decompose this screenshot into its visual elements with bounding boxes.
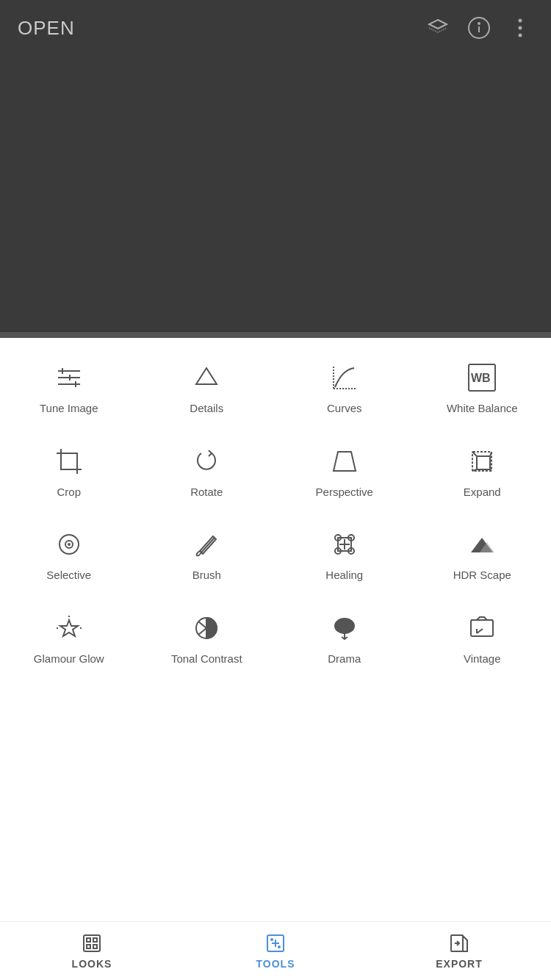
tonal-label: Tonal Contrast: [171, 652, 242, 666]
tool-healing[interactable]: Healing: [276, 512, 414, 596]
tonal-icon: [190, 612, 223, 644]
vintage-icon: [466, 612, 498, 644]
rotate-label: Rotate: [190, 485, 223, 500]
svg-marker-12: [196, 368, 217, 384]
svg-rect-51: [87, 938, 90, 942]
nav-looks[interactable]: LOOKS: [0, 926, 184, 977]
svg-point-27: [68, 544, 70, 545]
svg-line-44: [198, 628, 206, 635]
tools-label: TOOLS: [256, 958, 295, 970]
svg-marker-37: [60, 620, 78, 636]
nav-export[interactable]: EXPORT: [367, 926, 551, 977]
expand-label: Expand: [464, 485, 501, 500]
svg-rect-53: [87, 945, 90, 948]
looks-icon: [82, 933, 102, 954]
tool-drama[interactable]: Drama: [276, 596, 414, 680]
tools-grid: Tune Image Details Curves: [0, 345, 551, 679]
selective-label: Selective: [46, 568, 91, 583]
tool-brush[interactable]: Brush: [138, 512, 276, 596]
svg-line-48: [477, 629, 483, 633]
tool-vintage[interactable]: Vintage: [414, 596, 552, 680]
svg-line-24: [490, 469, 491, 471]
svg-marker-17: [334, 452, 356, 471]
svg-line-43: [198, 621, 206, 628]
tools-area: Tune Image Details Curves: [0, 338, 551, 679]
hdr-icon: [466, 528, 498, 561]
bottom-nav: LOOKS TOOLS EXPORT: [0, 921, 551, 980]
tool-glamour-glow[interactable]: Glamour Glow: [0, 596, 138, 680]
glamour-icon: [53, 612, 85, 644]
looks-label: LOOKS: [72, 958, 112, 970]
details-label: Details: [190, 401, 223, 416]
svg-text:WB: WB: [471, 372, 491, 384]
details-icon: [190, 361, 223, 394]
svg-line-22: [490, 452, 491, 456]
svg-point-58: [270, 938, 273, 941]
perspective-icon: [328, 445, 361, 478]
svg-point-3: [519, 19, 522, 23]
open-button[interactable]: OPEN: [18, 17, 75, 40]
tools-nav-icon: [265, 933, 286, 954]
svg-point-4: [519, 26, 522, 30]
export-label: EXPORT: [436, 958, 483, 970]
brush-label: Brush: [192, 568, 221, 583]
drama-label: Drama: [328, 652, 361, 666]
tool-tune-image[interactable]: Tune Image: [0, 345, 138, 429]
tool-curves[interactable]: Curves: [276, 345, 414, 429]
info-icon[interactable]: [466, 15, 492, 41]
tune-image-icon: [53, 361, 85, 394]
healing-label: Healing: [325, 568, 363, 583]
svg-point-5: [519, 34, 522, 37]
layers-icon[interactable]: [425, 15, 451, 41]
wb-label: White Balance: [447, 401, 518, 416]
vintage-label: Vintage: [464, 652, 501, 666]
top-bar: OPEN: [0, 0, 551, 56]
svg-point-59: [278, 945, 281, 948]
svg-rect-54: [93, 945, 97, 948]
svg-rect-47: [471, 620, 493, 636]
svg-rect-20: [477, 456, 490, 469]
tool-hdr-scape[interactable]: HDR Scape: [414, 512, 552, 596]
svg-point-2: [478, 23, 480, 24]
svg-rect-52: [93, 938, 97, 942]
wb-icon: WB: [466, 361, 498, 394]
glamour-label: Glamour Glow: [34, 652, 104, 666]
more-icon[interactable]: [507, 15, 533, 41]
svg-line-28: [201, 538, 215, 552]
tool-tonal-contrast[interactable]: Tonal Contrast: [138, 596, 276, 680]
healing-icon: [328, 528, 361, 561]
tune-image-label: Tune Image: [40, 401, 98, 416]
tool-white-balance[interactable]: WB White Balance: [414, 345, 552, 429]
separator: [0, 332, 551, 338]
svg-point-45: [335, 619, 354, 633]
curves-label: Curves: [327, 401, 362, 416]
perspective-label: Perspective: [316, 485, 373, 500]
tool-crop[interactable]: Crop: [0, 429, 138, 513]
expand-icon: [466, 445, 498, 478]
crop-label: Crop: [57, 485, 81, 500]
brush-icon: [190, 528, 223, 561]
export-icon: [449, 933, 469, 954]
crop-icon: [53, 445, 85, 478]
top-icons: [425, 15, 533, 41]
drama-icon: [328, 612, 361, 644]
curves-icon: [328, 361, 361, 394]
tool-rotate[interactable]: Rotate: [138, 429, 276, 513]
selective-icon: [53, 528, 85, 561]
nav-tools[interactable]: TOOLS: [184, 926, 367, 977]
canvas-area: OPEN: [0, 0, 551, 338]
tool-perspective[interactable]: Perspective: [276, 429, 414, 513]
tool-details[interactable]: Details: [138, 345, 276, 429]
hdr-label: HDR Scape: [453, 568, 511, 583]
rotate-icon: [190, 445, 223, 478]
tool-expand[interactable]: Expand: [414, 429, 552, 513]
tool-selective[interactable]: Selective: [0, 512, 138, 596]
